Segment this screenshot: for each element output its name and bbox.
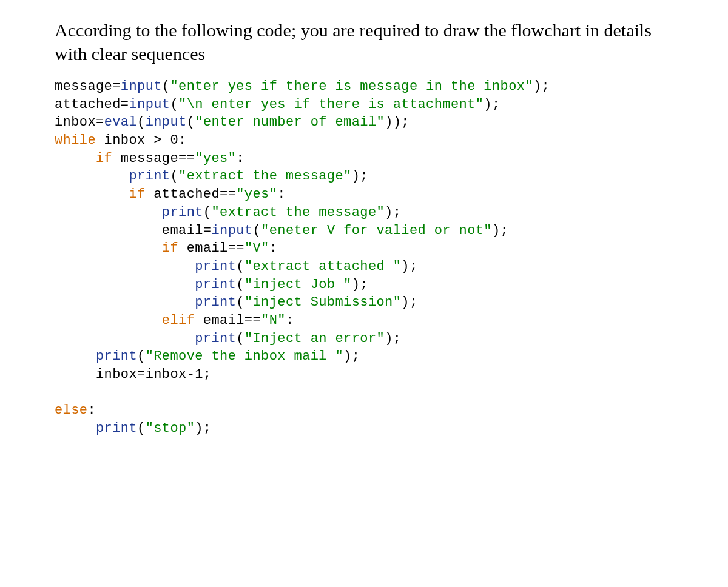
code-line-15: print("Inject an error"); [55,331,401,346]
code-line-14: elif email=="N": [55,313,294,328]
code-line-8: print("extract the message"); [55,205,401,220]
code-line-2: attached=input("\n enter yes if there is… [55,97,500,112]
code-line-5: if message=="yes": [55,151,244,166]
code-line-13: print("inject Submission"); [55,295,418,310]
code-line-9: email=input("eneter V for valied or not"… [55,223,508,238]
code-line-7: if attached=="yes": [55,187,286,202]
code-line-19: print("stop"); [55,421,211,436]
code-blank-line [55,385,63,400]
code-line-12: print("inject Job "); [55,277,368,292]
code-block: message=input("enter yes if there is mes… [55,78,673,438]
code-line-16: print("Remove the inbox mail "); [55,349,360,364]
document-page: According to the following code; you are… [0,0,728,456]
code-line-18: else: [55,403,96,418]
code-line-1: message=input("enter yes if there is mes… [55,79,550,94]
code-line-17: inbox=inbox-1; [55,367,211,382]
code-line-3: inbox=eval(input("enter number of email"… [55,115,410,130]
code-line-10: if email=="V": [55,241,277,256]
code-line-6: print("extract the message"); [55,169,368,184]
code-line-11: print("extract attached "); [55,259,418,274]
code-line-4: while inbox > 0: [55,133,187,148]
question-heading: According to the following code; you are… [55,18,673,65]
